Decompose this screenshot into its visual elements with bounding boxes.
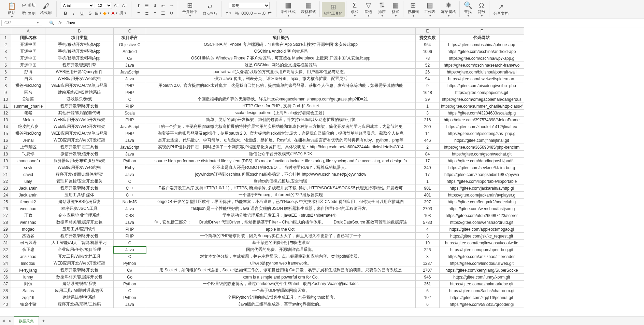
cell[interactable]: Go — [114, 274, 146, 281]
row-header[interactable]: 4 — [0, 55, 11, 62]
cell[interactable]: 446 — [416, 137, 440, 144]
row-header[interactable]: 19 — [0, 158, 11, 164]
sheet-container[interactable]: ABCDEF 1团队名称项目类型项目语言项目概括提交次数代码网站2开源中国手机/… — [0, 27, 644, 315]
font-size-select[interactable]: 12 — [95, 2, 112, 9]
cell[interactable]: C — [114, 178, 146, 185]
cell[interactable]: 国内优秀的免费、开源缺陷管理系统。 — [146, 246, 416, 253]
type-convert-button[interactable]: ⇄ — [266, 10, 273, 16]
cell[interactable]: 6 — [416, 287, 440, 294]
cell[interactable]: 964 — [416, 41, 440, 48]
row-header[interactable]: 3 — [0, 48, 11, 55]
cell[interactable]: 340 — [416, 164, 440, 171]
row-header[interactable]: 28 — [0, 219, 11, 226]
italic-button[interactable]: I — [70, 10, 77, 16]
cell[interactable]: Java — [114, 171, 146, 178]
share-button[interactable]: ↗分享文档 — [491, 2, 511, 17]
row-header[interactable]: 35 — [0, 267, 11, 274]
cell[interactable]: https://gitee.com/365690485/php-benchm — [440, 144, 524, 151]
cell[interactable]: https://gitee.com/summer_charlie/http-cl… — [440, 103, 524, 110]
cell[interactable]: 程序开发/网络开发包 — [45, 233, 114, 240]
currency-button[interactable]: ¥▼ — [225, 10, 232, 16]
header-cell[interactable]: 团队名称 — [11, 35, 45, 41]
cell[interactable]: 企业应用/企业管理系统 — [45, 212, 114, 219]
cell[interactable]: PHP — [114, 233, 146, 240]
select-all-corner[interactable] — [0, 28, 11, 35]
cell[interactable]: 企业应用/任务/项目管理 — [45, 246, 114, 253]
indent-decrease-button[interactable]: ⇤ — [159, 2, 167, 9]
cell[interactable]: 216 — [416, 117, 440, 123]
cell[interactable]: Ruby — [114, 164, 146, 171]
cell[interactable]: 3 — [416, 253, 440, 260]
paste-button[interactable]: 📋 粘贴▼ — [5, 1, 18, 19]
row-header[interactable]: 39 — [0, 294, 11, 301]
cell[interactable]: 程序开发/搜索引擎 — [45, 62, 114, 69]
cell[interactable]: 实现的PHP慢执行日志，同时提供了一个网页客户端图形化浏览日志。具体说明见：ht… — [146, 144, 416, 151]
cell[interactable]: 游戏娱乐/游戏 — [45, 96, 114, 103]
row-header[interactable]: 25 — [0, 199, 11, 205]
col-header-A[interactable]: A — [11, 28, 45, 35]
row-header[interactable]: 24 — [0, 192, 11, 199]
cell[interactable]: 件，它包括三部分： DruidDriver 代理Driver，能够提供基于Fil… — [146, 219, 416, 226]
row-header[interactable]: 37 — [0, 281, 11, 287]
header-cell[interactable]: 代码网站 — [440, 35, 524, 41]
strikethrough-button[interactable]: S — [86, 10, 94, 16]
fx-icon[interactable]: fx — [58, 20, 62, 25]
cell[interactable]: zhangsongfu — [11, 158, 45, 164]
cut-button[interactable]: ✂剪切 — [19, 1, 37, 9]
cell[interactable]: https://gitee.com/ppm/open-bug.git — [440, 246, 524, 253]
cell[interactable]: 一个基于FFmpeg、libtorrent的P2P播放器实现 — [146, 192, 416, 199]
cell[interactable]: https://gitee.com/592815/qrcoder.gi — [440, 301, 524, 308]
row-header[interactable]: 31 — [0, 240, 11, 246]
cell[interactable]: Melon — [11, 117, 45, 123]
cell[interactable]: 应用工具/应用软件 — [45, 226, 114, 233]
cell[interactable]: Java — [114, 301, 146, 308]
cell[interactable]: lunny — [11, 274, 45, 281]
cell[interactable]: 3 — [416, 233, 440, 240]
row-header[interactable]: 21 — [0, 171, 11, 178]
cell[interactable]: WEB应用开发/Web开发框架 — [45, 260, 114, 267]
cell[interactable]: 乀夏悸 — [11, 151, 45, 158]
cell[interactable]: WEB应用开发/Web开发框架 — [45, 117, 114, 123]
col-header-C[interactable]: C — [114, 28, 146, 35]
row-header[interactable]: 2 — [0, 41, 11, 48]
col-header-B[interactable]: B — [45, 28, 114, 35]
cell[interactable]: 开源中国 — [11, 62, 45, 69]
cell[interactable]: C++ — [114, 185, 146, 192]
cell[interactable]: 401 — [416, 192, 440, 199]
cell[interactable]: WEB应用开发/jQuery插件 — [45, 69, 114, 76]
cell[interactable]: limodou — [11, 260, 45, 267]
cell[interactable]: 阿债 — [11, 281, 45, 287]
cell[interactable]: portrait wall(头像墙)以墙的方式显示用户高清头像、用户基本信息与动… — [146, 69, 416, 76]
cell[interactable]: C# — [114, 267, 146, 274]
cell[interactable]: 开源中国 — [11, 41, 45, 48]
cell[interactable]: https://gitee.com/piscdong/weibo_php — [440, 82, 524, 89]
cell[interactable]: https://gitee.com/Sachs/chatroom.gi — [440, 287, 524, 294]
cell[interactable]: apple in the Oct. — [146, 226, 416, 233]
row-header[interactable]: 12 — [0, 110, 11, 117]
sort-button[interactable]: ⇅排序▼ — [376, 0, 388, 18]
cell[interactable]: 其他开源/教程配套代码 — [45, 110, 114, 117]
row-header[interactable]: 7 — [0, 76, 11, 82]
row-header[interactable]: 23 — [0, 185, 11, 192]
find-button[interactable]: 🔍查找▼ — [462, 0, 474, 18]
merge-center-button[interactable]: ⊞合并居中▼ — [180, 0, 199, 18]
cell[interactable]: https://gitee.com/wenshao/fastjson.g — [440, 205, 524, 212]
underline-button[interactable]: U — [78, 10, 86, 16]
cell[interactable]: Java — [114, 137, 146, 144]
header-cell[interactable]: 项目类型 — [45, 35, 114, 41]
cell[interactable]: Java — [114, 76, 146, 82]
cell[interactable]: sevk — [11, 164, 45, 171]
sum-button[interactable]: Σ求和▼ — [348, 0, 361, 18]
cell[interactable]: Java — [114, 205, 146, 212]
row-header[interactable]: 9 — [0, 89, 11, 96]
cell[interactable]: 应用工具/IM/即时通讯/聊天 — [45, 287, 114, 294]
cell[interactable]: JFinal — [11, 137, 45, 144]
formula-input[interactable] — [66, 20, 643, 26]
cell[interactable]: 一个基于UDP的局域网聊天室。 — [146, 287, 416, 294]
cell[interactable]: 102 — [416, 294, 440, 301]
cell[interactable]: 94 — [416, 76, 440, 82]
cell[interactable]: 103 — [416, 212, 440, 219]
cell[interactable]: fengmk2 — [11, 199, 45, 205]
cell[interactable]: C# — [114, 55, 146, 62]
format-button[interactable]: ▦格式▼ — [389, 0, 402, 18]
